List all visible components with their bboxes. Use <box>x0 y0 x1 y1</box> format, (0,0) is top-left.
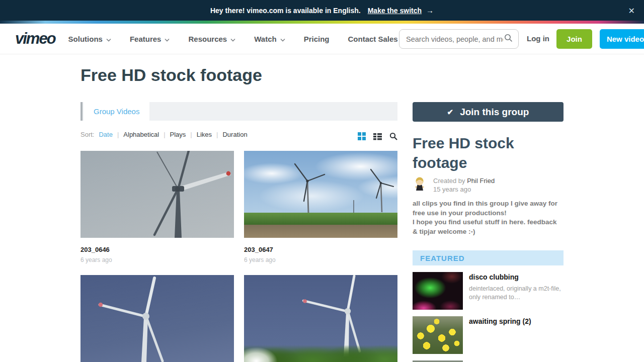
arrow-right-icon: → <box>426 6 434 15</box>
chevron-down-icon <box>165 35 170 43</box>
nav-item-contact-sales[interactable]: Contact Sales <box>348 35 398 43</box>
chevron-down-icon <box>230 35 235 43</box>
nav-item-resources[interactable]: Resources <box>188 35 235 43</box>
video-title[interactable]: 203_0647 <box>244 246 397 253</box>
featured-title[interactable]: awaiting spring (2) <box>469 317 564 325</box>
video-card[interactable]: 203_0646 6 years ago <box>80 151 234 263</box>
divider <box>117 131 119 138</box>
video-age: 6 years ago <box>244 256 397 263</box>
nav-item-solutions[interactable]: Solutions <box>68 35 111 43</box>
featured-header: FEATURED <box>413 250 564 265</box>
chevron-down-icon <box>106 35 111 43</box>
join-button[interactable]: Join <box>556 29 592 49</box>
divider <box>164 131 165 138</box>
video-thumbnail-turbine-trees[interactable] <box>244 275 397 362</box>
sort-option-duration[interactable]: Duration <box>222 131 247 138</box>
navbar: vimeo Solutions Features Resources Watch… <box>0 24 644 54</box>
group-description: all clips you find in this group I give … <box>413 199 564 236</box>
creator-link[interactable]: Phil Fried <box>467 177 495 185</box>
featured-item[interactable]: disco clubbing deinterlaced, originally … <box>413 272 564 310</box>
chevron-down-icon <box>280 35 285 43</box>
divider <box>216 131 218 138</box>
search-box <box>399 29 519 49</box>
login-link[interactable]: Log in <box>527 34 549 43</box>
check-icon: ✔ <box>447 108 454 117</box>
green-field <box>244 213 397 225</box>
dirt-foreground <box>244 225 397 238</box>
created-by-label: Created by <box>433 177 467 185</box>
sort-option-likes[interactable]: Likes <box>197 131 212 138</box>
featured-item[interactable]: awaiting spring (2) <box>413 316 564 354</box>
video-card[interactable]: 203_0647 6 years ago <box>244 151 397 263</box>
search-input[interactable] <box>405 35 504 44</box>
vimeo-logo[interactable]: vimeo <box>15 30 55 48</box>
featured-item-text: disco clubbing deinterlaced, originally … <box>469 272 564 310</box>
nav-menu: Solutions Features Resources Watch Prici… <box>68 35 398 43</box>
sort-label: Sort: <box>80 131 94 138</box>
sort-option-date[interactable]: Date <box>99 131 112 138</box>
video-thumbnail-turbines-field[interactable] <box>244 151 397 238</box>
nav-item-pricing[interactable]: Pricing <box>304 35 330 43</box>
view-controls <box>358 128 397 140</box>
treeline <box>244 345 397 362</box>
video-thumbnail-turbine-blue-sky[interactable] <box>80 275 234 362</box>
nav-item-watch[interactable]: Watch <box>254 35 285 43</box>
featured-thumbnail-disco[interactable] <box>413 272 463 310</box>
sort-option-plays[interactable]: Plays <box>170 131 186 138</box>
divider <box>190 131 192 138</box>
video-grid: 203_0646 6 years ago 203_0647 6 years ag… <box>80 151 397 362</box>
video-age: 6 years ago <box>80 256 234 263</box>
group-title: Free HD stock footage <box>413 133 543 172</box>
featured-title[interactable]: disco clubbing <box>469 273 564 281</box>
avatar[interactable] <box>413 176 427 191</box>
group-sidebar: ✔ Join this group Free HD stock footage … <box>413 102 564 362</box>
page-title: Free HD stock footage <box>80 65 262 85</box>
banner-message: Hey there! vimeo.com is available in Eng… <box>210 7 361 15</box>
featured-thumbnail-daffodils[interactable] <box>413 316 463 354</box>
sort-option-alphabetical[interactable]: Alphabetical <box>123 131 159 138</box>
video-title[interactable]: 203_0646 <box>80 246 234 253</box>
tab-bar-edge <box>80 102 83 121</box>
group-age: 15 years ago <box>433 186 471 193</box>
search-icon[interactable] <box>504 34 513 44</box>
creator-row: Created by Phil Fried 15 years ago <box>413 176 495 194</box>
video-thumbnail-wind-turbine-closeup[interactable] <box>80 151 234 238</box>
sort-row: Sort: Date Alphabetical Plays Likes Dura… <box>80 129 397 140</box>
video-card[interactable] <box>80 275 234 362</box>
close-icon[interactable]: ✕ <box>628 6 635 15</box>
tab-group-videos[interactable]: Group Videos <box>84 102 149 121</box>
make-the-switch-link[interactable]: Make the switch <box>368 7 422 15</box>
language-banner: Hey there! vimeo.com is available in Eng… <box>0 0 644 21</box>
grid-view-icon[interactable] <box>358 132 366 140</box>
featured-description: deinterlaced, originally a m2t-file, onl… <box>469 285 564 302</box>
join-group-button[interactable]: ✔ Join this group <box>413 102 564 122</box>
list-view-icon[interactable] <box>373 133 382 140</box>
featured-item-text: awaiting spring (2) <box>469 316 564 354</box>
creator-info: Created by Phil Fried 15 years ago <box>433 176 495 194</box>
tab-bar: Group Videos <box>80 102 397 121</box>
search-icon[interactable] <box>389 132 397 140</box>
new-video-button[interactable]: New video <box>600 29 644 49</box>
video-card[interactable] <box>244 275 397 362</box>
nav-item-features[interactable]: Features <box>130 35 170 43</box>
